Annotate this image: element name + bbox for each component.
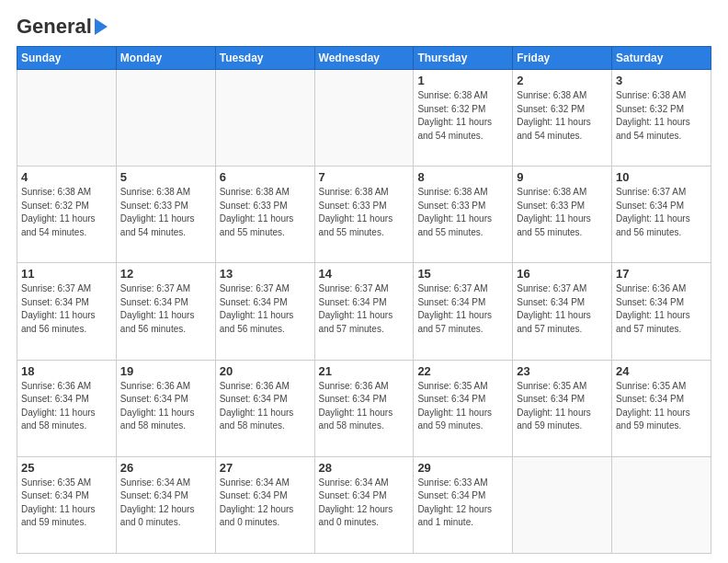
weekday-header-monday: Monday <box>116 47 215 70</box>
day-number: 6 <box>220 170 311 184</box>
day-cell: 22Sunrise: 6:35 AMSunset: 6:34 PMDayligh… <box>414 360 513 456</box>
day-number: 18 <box>21 364 112 378</box>
day-number: 5 <box>120 170 211 184</box>
day-cell <box>513 456 612 553</box>
day-info: Sunrise: 6:38 AMSunset: 6:33 PMDaylight:… <box>417 186 508 239</box>
day-info: Sunrise: 6:38 AMSunset: 6:33 PMDaylight:… <box>517 186 608 239</box>
day-cell: 21Sunrise: 6:36 AMSunset: 6:34 PMDayligh… <box>314 360 414 456</box>
day-cell: 14Sunrise: 6:37 AMSunset: 6:34 PMDayligh… <box>314 263 414 360</box>
logo: General <box>17 15 108 39</box>
logo-general-text: General <box>17 15 92 39</box>
day-cell: 18Sunrise: 6:36 AMSunset: 6:34 PMDayligh… <box>17 360 117 456</box>
day-number: 22 <box>417 364 508 378</box>
day-info: Sunrise: 6:37 AMSunset: 6:34 PMDaylight:… <box>517 282 608 336</box>
day-info: Sunrise: 6:37 AMSunset: 6:34 PMDaylight:… <box>220 282 311 336</box>
day-info: Sunrise: 6:34 AMSunset: 6:34 PMDaylight:… <box>120 477 211 530</box>
calendar-table: SundayMondayTuesdayWednesdayThursdayFrid… <box>17 46 711 554</box>
day-cell: 8Sunrise: 6:38 AMSunset: 6:33 PMDaylight… <box>414 167 513 263</box>
day-cell: 25Sunrise: 6:35 AMSunset: 6:34 PMDayligh… <box>17 456 117 553</box>
day-cell <box>116 70 215 167</box>
day-number: 10 <box>616 170 707 184</box>
day-info: Sunrise: 6:37 AMSunset: 6:34 PMDaylight:… <box>616 186 707 239</box>
weekday-header-friday: Friday <box>513 47 612 70</box>
week-row-2: 4Sunrise: 6:38 AMSunset: 6:32 PMDaylight… <box>17 167 711 263</box>
day-number: 19 <box>120 364 211 378</box>
day-info: Sunrise: 6:38 AMSunset: 6:32 PMDaylight:… <box>616 89 707 143</box>
day-cell: 9Sunrise: 6:38 AMSunset: 6:33 PMDaylight… <box>513 167 612 263</box>
day-info: Sunrise: 6:38 AMSunset: 6:32 PMDaylight:… <box>417 89 508 143</box>
day-cell <box>314 70 414 167</box>
day-cell: 26Sunrise: 6:34 AMSunset: 6:34 PMDayligh… <box>116 456 215 553</box>
week-row-4: 18Sunrise: 6:36 AMSunset: 6:34 PMDayligh… <box>17 360 711 456</box>
day-number: 21 <box>319 364 410 378</box>
day-cell: 5Sunrise: 6:38 AMSunset: 6:33 PMDaylight… <box>116 167 215 263</box>
day-info: Sunrise: 6:38 AMSunset: 6:33 PMDaylight:… <box>120 186 211 239</box>
day-cell: 24Sunrise: 6:35 AMSunset: 6:34 PMDayligh… <box>612 360 711 456</box>
day-info: Sunrise: 6:38 AMSunset: 6:32 PMDaylight:… <box>21 186 112 239</box>
day-info: Sunrise: 6:37 AMSunset: 6:34 PMDaylight:… <box>417 282 508 336</box>
day-number: 28 <box>319 461 410 475</box>
day-number: 29 <box>417 461 508 475</box>
day-cell: 20Sunrise: 6:36 AMSunset: 6:34 PMDayligh… <box>215 360 314 456</box>
day-info: Sunrise: 6:38 AMSunset: 6:32 PMDaylight:… <box>517 89 608 143</box>
week-row-3: 11Sunrise: 6:37 AMSunset: 6:34 PMDayligh… <box>17 263 711 360</box>
day-cell: 28Sunrise: 6:34 AMSunset: 6:34 PMDayligh… <box>314 456 414 553</box>
day-info: Sunrise: 6:34 AMSunset: 6:34 PMDaylight:… <box>220 477 311 530</box>
page: General SundayMondayTuesdayWednesdayThur… <box>0 0 728 563</box>
day-number: 3 <box>616 74 707 87</box>
week-row-1: 1Sunrise: 6:38 AMSunset: 6:32 PMDaylight… <box>17 70 711 167</box>
day-info: Sunrise: 6:35 AMSunset: 6:34 PMDaylight:… <box>21 477 112 530</box>
day-number: 14 <box>319 267 410 281</box>
day-number: 24 <box>616 364 707 378</box>
day-cell: 1Sunrise: 6:38 AMSunset: 6:32 PMDaylight… <box>414 70 513 167</box>
day-info: Sunrise: 6:37 AMSunset: 6:34 PMDaylight:… <box>21 282 112 336</box>
day-cell: 3Sunrise: 6:38 AMSunset: 6:32 PMDaylight… <box>612 70 711 167</box>
day-cell: 12Sunrise: 6:37 AMSunset: 6:34 PMDayligh… <box>116 263 215 360</box>
day-number: 23 <box>517 364 608 378</box>
day-cell: 10Sunrise: 6:37 AMSunset: 6:34 PMDayligh… <box>612 167 711 263</box>
day-cell <box>612 456 711 553</box>
day-number: 17 <box>616 267 707 281</box>
day-info: Sunrise: 6:35 AMSunset: 6:34 PMDaylight:… <box>417 380 508 433</box>
day-info: Sunrise: 6:36 AMSunset: 6:34 PMDaylight:… <box>120 380 211 433</box>
weekday-header-thursday: Thursday <box>414 47 513 70</box>
day-number: 27 <box>220 461 311 475</box>
day-info: Sunrise: 6:37 AMSunset: 6:34 PMDaylight:… <box>319 282 410 336</box>
day-number: 8 <box>417 170 508 184</box>
calendar-body: 1Sunrise: 6:38 AMSunset: 6:32 PMDaylight… <box>17 70 711 554</box>
day-number: 7 <box>319 170 410 184</box>
day-number: 11 <box>21 267 112 281</box>
day-cell: 4Sunrise: 6:38 AMSunset: 6:32 PMDaylight… <box>17 167 117 263</box>
day-cell: 2Sunrise: 6:38 AMSunset: 6:32 PMDaylight… <box>513 70 612 167</box>
day-number: 20 <box>220 364 311 378</box>
day-info: Sunrise: 6:34 AMSunset: 6:34 PMDaylight:… <box>319 477 410 530</box>
day-info: Sunrise: 6:38 AMSunset: 6:33 PMDaylight:… <box>319 186 410 239</box>
logo-arrow-icon <box>95 18 108 35</box>
day-number: 9 <box>517 170 608 184</box>
weekday-header-tuesday: Tuesday <box>215 47 314 70</box>
day-info: Sunrise: 6:35 AMSunset: 6:34 PMDaylight:… <box>616 380 707 433</box>
day-number: 13 <box>220 267 311 281</box>
day-cell: 19Sunrise: 6:36 AMSunset: 6:34 PMDayligh… <box>116 360 215 456</box>
day-number: 16 <box>517 267 608 281</box>
header: General <box>17 15 711 39</box>
calendar-header: SundayMondayTuesdayWednesdayThursdayFrid… <box>17 47 711 70</box>
day-number: 4 <box>21 170 112 184</box>
day-cell: 11Sunrise: 6:37 AMSunset: 6:34 PMDayligh… <box>17 263 117 360</box>
weekday-header-sunday: Sunday <box>17 47 117 70</box>
weekday-row: SundayMondayTuesdayWednesdayThursdayFrid… <box>17 47 711 70</box>
day-info: Sunrise: 6:36 AMSunset: 6:34 PMDaylight:… <box>21 380 112 433</box>
day-number: 26 <box>120 461 211 475</box>
day-info: Sunrise: 6:36 AMSunset: 6:34 PMDaylight:… <box>220 380 311 433</box>
day-info: Sunrise: 6:36 AMSunset: 6:34 PMDaylight:… <box>616 282 707 336</box>
day-cell: 15Sunrise: 6:37 AMSunset: 6:34 PMDayligh… <box>414 263 513 360</box>
day-cell: 17Sunrise: 6:36 AMSunset: 6:34 PMDayligh… <box>612 263 711 360</box>
day-cell: 13Sunrise: 6:37 AMSunset: 6:34 PMDayligh… <box>215 263 314 360</box>
day-cell <box>215 70 314 167</box>
day-cell <box>17 70 117 167</box>
day-info: Sunrise: 6:35 AMSunset: 6:34 PMDaylight:… <box>517 380 608 433</box>
day-cell: 16Sunrise: 6:37 AMSunset: 6:34 PMDayligh… <box>513 263 612 360</box>
day-info: Sunrise: 6:36 AMSunset: 6:34 PMDaylight:… <box>319 380 410 433</box>
day-number: 2 <box>517 74 608 87</box>
weekday-header-saturday: Saturday <box>612 47 711 70</box>
